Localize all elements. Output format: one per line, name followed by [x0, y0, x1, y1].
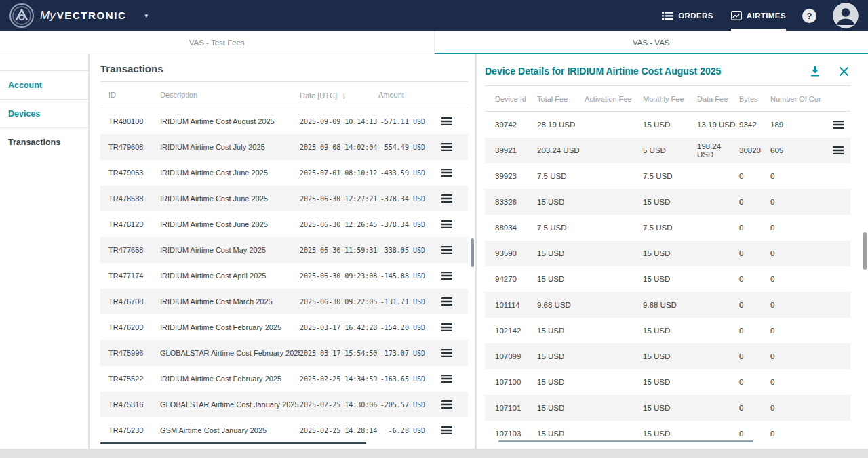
row-menu-button[interactable]: [439, 244, 454, 256]
device-bytes: 0: [739, 275, 770, 283]
device-monthly-fee: 15 USD: [643, 327, 697, 335]
row-menu-button[interactable]: [439, 192, 454, 205]
device-menu-cell: [826, 144, 850, 157]
transaction-id: TR479053: [100, 169, 160, 177]
transaction-date: 2025-06-30 11:59:31: [300, 247, 378, 254]
device-connections: 0: [770, 224, 826, 232]
transactions-vertical-scrollbar[interactable]: [471, 238, 474, 267]
column-date[interactable]: Date [UTC]↓: [300, 90, 378, 100]
sidebar-item-account[interactable]: Account: [0, 70, 88, 99]
column-device-id[interactable]: Device Id: [485, 95, 537, 103]
device-bytes: 0: [739, 378, 770, 386]
row-menu-button[interactable]: [439, 167, 454, 179]
transaction-row[interactable]: TR478123IRIDIUM Airtime Cost June 202520…: [100, 211, 468, 237]
row-menu-button[interactable]: [439, 115, 454, 127]
device-row[interactable]: 10214215 USD15 USD00: [485, 318, 850, 344]
transaction-row[interactable]: TR476708IRIDIUM Airtime Cost March 20252…: [100, 289, 468, 314]
column-number-of-cor[interactable]: Number Of Cor: [770, 95, 826, 103]
device-details-table-header: Device IdTotal FeeActivation FeeMonthly …: [485, 86, 850, 112]
row-menu-button[interactable]: [439, 347, 454, 359]
nav-item-airtimes[interactable]: AIRTIMES: [731, 0, 786, 31]
nav-item-orders[interactable]: ORDERS: [662, 0, 713, 31]
device-total-fee: 15 USD: [537, 327, 585, 335]
column-date-label: Date [UTC]: [300, 91, 337, 100]
device-details-horizontal-scrollbar[interactable]: [498, 440, 753, 442]
tab-vas-test-fees[interactable]: VAS - Test Fees: [0, 31, 434, 54]
device-row[interactable]: 10710015 USD15 USD00: [485, 369, 850, 395]
transaction-id: TR475522: [100, 375, 160, 383]
device-row[interactable]: 399237.5 USD7.5 USD00: [485, 163, 850, 189]
sidebar-item-transactions[interactable]: Transactions: [0, 127, 88, 156]
device-device-id: 107103: [485, 430, 537, 438]
column-total-fee[interactable]: Total Fee: [537, 95, 585, 103]
column-bytes[interactable]: Bytes: [739, 95, 770, 103]
user-avatar[interactable]: [833, 3, 859, 28]
device-menu-cell: [826, 119, 850, 131]
device-row[interactable]: 889347.5 USD7.5 USD00: [485, 215, 850, 241]
row-menu-button[interactable]: [439, 321, 454, 333]
transaction-row[interactable]: TR475316GLOBALSTAR Airtime Cost January …: [100, 392, 468, 417]
row-menu-button[interactable]: [439, 218, 454, 230]
transaction-menu-cell: [425, 321, 468, 333]
transaction-row[interactable]: TR477174IRIDIUM Airtime Cost April 20252…: [100, 263, 468, 289]
row-menu-button[interactable]: [831, 144, 846, 157]
transaction-row[interactable]: TR476203IRIDIUM Airtime Cost February 20…: [100, 314, 468, 340]
row-menu-button[interactable]: [439, 398, 454, 411]
sort-desc-icon[interactable]: ↓: [342, 90, 347, 100]
brand-menu[interactable]: My VECTRONIC ▾: [9, 3, 148, 28]
transaction-row[interactable]: TR475233GSM Airtime Cost January 2025202…: [100, 417, 468, 443]
row-menu-button[interactable]: [439, 295, 454, 308]
transaction-description: GSM Airtime Cost January 2025: [160, 426, 300, 434]
column-data-fee[interactable]: Data Fee: [697, 95, 739, 103]
column-monthly-fee[interactable]: Monthly Fee: [643, 95, 697, 103]
transaction-row[interactable]: TR480108IRIDIUM Airtime Cost August 2025…: [100, 108, 468, 134]
download-button[interactable]: [808, 64, 823, 79]
transaction-id: TR476203: [100, 323, 160, 331]
device-connections: 0: [770, 275, 826, 283]
device-details-vertical-scrollbar[interactable]: [863, 232, 867, 270]
device-details-title: Device Details for IRIDIUM Airtime Cost …: [485, 65, 808, 77]
transaction-amount: -205.57 USD: [378, 401, 425, 409]
device-device-id: 39742: [485, 121, 537, 129]
device-details-table-body: 3974228.19 USD15 USD13.19 USD93421893992…: [485, 112, 850, 446]
device-details-table: Device IdTotal FeeActivation FeeMonthly …: [485, 86, 850, 446]
transaction-row[interactable]: TR479608IRIDIUM Airtime Cost July 202520…: [100, 134, 468, 160]
transactions-horizontal-scrollbar[interactable]: [100, 442, 366, 444]
column-amount[interactable]: Amount: [378, 91, 425, 99]
device-row[interactable]: 39921203.24 USD5 USD198.24 USD30820605: [485, 138, 850, 163]
menu-icon: [441, 272, 452, 280]
tab-vas-vas[interactable]: VAS - VAS: [434, 31, 868, 54]
transaction-row[interactable]: TR478588IRIDIUM Airtime Cost June 202520…: [100, 186, 468, 211]
close-button[interactable]: [837, 65, 850, 78]
app-header: My VECTRONIC ▾ ORDERSAIRTIMES ?: [0, 0, 868, 31]
device-row[interactable]: 10710315 USD15 USD00: [485, 421, 850, 446]
device-row[interactable]: 1011149.68 USD9.68 USD00: [485, 292, 850, 318]
row-menu-button[interactable]: [439, 270, 454, 282]
device-details-actions: [808, 64, 850, 79]
device-row[interactable]: 9359015 USD15 USD00: [485, 241, 850, 266]
row-menu-button[interactable]: [439, 424, 454, 436]
brand-caret-icon[interactable]: ▾: [144, 12, 148, 19]
transaction-row[interactable]: TR477658IRIDIUM Airtime Cost May 2025202…: [100, 237, 468, 263]
transaction-row[interactable]: TR475996GLOBALSTAR Airtime Cost February…: [100, 340, 468, 366]
transaction-row[interactable]: TR475522IRIDIUM Airtime Cost February 20…: [100, 366, 468, 392]
device-row[interactable]: 3974228.19 USD15 USD13.19 USD9342189: [485, 112, 850, 138]
device-row[interactable]: 9427015 USD15 USD00: [485, 266, 850, 292]
sidebar-item-devices[interactable]: Devices: [0, 99, 88, 127]
device-row[interactable]: 10710115 USD15 USD00: [485, 395, 850, 421]
transaction-id: TR478123: [100, 220, 160, 228]
transaction-description: IRIDIUM Airtime Cost July 2025: [160, 143, 300, 151]
row-menu-button[interactable]: [831, 119, 846, 131]
device-row[interactable]: 8332615 USD15 USD00: [485, 189, 850, 215]
column-description[interactable]: Description: [160, 91, 300, 99]
column-activation-fee[interactable]: Activation Fee: [585, 95, 643, 103]
transaction-row[interactable]: TR479053IRIDIUM Airtime Cost June 202520…: [100, 160, 468, 186]
row-menu-button[interactable]: [439, 141, 454, 153]
device-row[interactable]: 10709915 USD15 USD00: [485, 344, 850, 369]
column-id[interactable]: ID: [100, 91, 160, 99]
transaction-description: IRIDIUM Airtime Cost August 2025: [160, 117, 300, 125]
device-monthly-fee: 15 USD: [643, 352, 697, 360]
row-menu-button[interactable]: [439, 373, 454, 385]
help-button[interactable]: ?: [802, 9, 816, 23]
transaction-description: IRIDIUM Airtime Cost June 2025: [160, 194, 300, 203]
